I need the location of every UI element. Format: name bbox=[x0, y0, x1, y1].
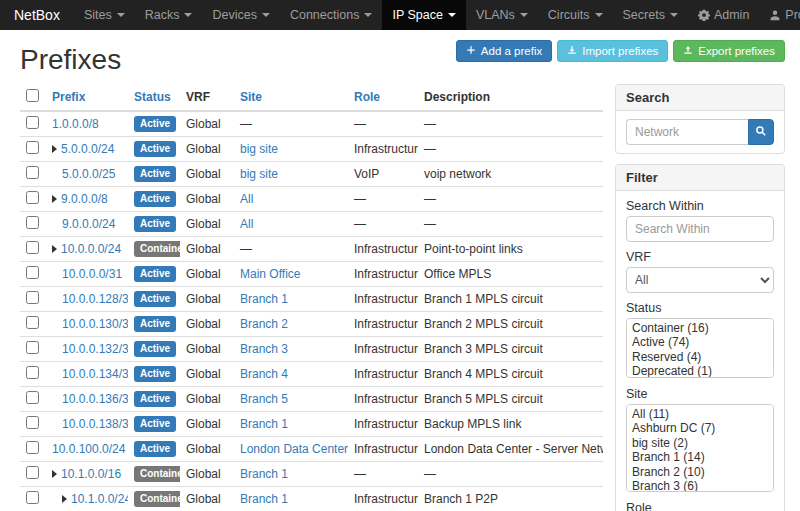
column-header-prefix[interactable]: Prefix bbox=[46, 84, 128, 111]
search-submit-button[interactable] bbox=[748, 119, 774, 145]
row-checkbox[interactable] bbox=[26, 141, 39, 154]
row-checkbox[interactable] bbox=[26, 291, 39, 304]
table-row: 5.0.0.0/25ActiveGlobalbig siteVoIPvoip n… bbox=[20, 162, 603, 187]
prefix-cell: 1.0.0.0/8 bbox=[46, 111, 128, 137]
select-all-header bbox=[20, 84, 46, 111]
status-badge: Active bbox=[134, 316, 176, 332]
export-prefixes-button[interactable]: Export prefixes bbox=[673, 40, 785, 62]
prefix-link[interactable]: 10.0.0.134/31 bbox=[62, 367, 128, 381]
site-link[interactable]: Branch 1 bbox=[240, 292, 288, 306]
row-checkbox[interactable] bbox=[26, 266, 39, 279]
nav-item-ip-space[interactable]: IP Space bbox=[382, 0, 466, 30]
row-checkbox[interactable] bbox=[26, 366, 39, 379]
site-link[interactable]: Branch 2 bbox=[240, 317, 288, 331]
nav-item-sites[interactable]: Sites bbox=[74, 0, 135, 30]
site-link[interactable]: Branch 1 bbox=[240, 467, 288, 481]
site-filter-select[interactable]: All (11)Ashburn DC (7)big site (2)Branch… bbox=[626, 404, 774, 492]
site-link[interactable]: Branch 3 bbox=[240, 342, 288, 356]
status-cell: Active bbox=[128, 287, 180, 312]
site-link[interactable]: All bbox=[240, 217, 253, 231]
prefix-link[interactable]: 10.0.0.0/31 bbox=[62, 267, 122, 281]
row-checkbox[interactable] bbox=[26, 116, 39, 129]
expand-arrow-icon[interactable] bbox=[52, 145, 57, 153]
site-link[interactable]: Main Office bbox=[240, 267, 300, 281]
column-header-description: Description bbox=[418, 84, 603, 111]
nav-item-circuits[interactable]: Circuits bbox=[538, 0, 613, 30]
nav-item-label: Sites bbox=[84, 8, 112, 22]
site-link[interactable]: big site bbox=[240, 142, 278, 156]
row-checkbox[interactable] bbox=[26, 316, 39, 329]
vrf-cell: Global bbox=[180, 412, 234, 437]
row-checkbox[interactable] bbox=[26, 441, 39, 454]
import-prefixes-button[interactable]: Import prefixes bbox=[557, 40, 668, 62]
nav-item-vlans[interactable]: VLANs bbox=[466, 0, 538, 30]
row-checkbox[interactable] bbox=[26, 241, 39, 254]
row-checkbox[interactable] bbox=[26, 416, 39, 429]
site-link[interactable]: All bbox=[240, 192, 253, 206]
row-checkbox[interactable] bbox=[26, 216, 39, 229]
prefix-link[interactable]: 10.0.0.132/31 bbox=[62, 342, 128, 356]
export-icon bbox=[683, 45, 693, 57]
prefix-cell: 10.0.0.0/24 bbox=[46, 237, 128, 262]
row-checkbox[interactable] bbox=[26, 491, 39, 504]
site-link[interactable]: big site bbox=[240, 167, 278, 181]
nav-item-connections[interactable]: Connections bbox=[280, 0, 383, 30]
row-checkbox[interactable] bbox=[26, 341, 39, 354]
description-cell: — bbox=[418, 212, 603, 237]
vrf-cell: Global bbox=[180, 262, 234, 287]
expand-arrow-icon[interactable] bbox=[52, 470, 57, 478]
prefix-link[interactable]: 9.0.0.0/8 bbox=[61, 192, 108, 206]
search-within-input[interactable] bbox=[626, 216, 774, 242]
row-checkbox[interactable] bbox=[26, 166, 39, 179]
status-cell: Container bbox=[128, 462, 180, 487]
prefix-link[interactable]: 10.1.0.0/16 bbox=[61, 467, 121, 481]
nav-item-label: Connections bbox=[290, 8, 360, 22]
table-row: 10.0.0.128/31ActiveGlobalBranch 1Infrast… bbox=[20, 287, 603, 312]
prefix-link[interactable]: 10.0.0.138/31 bbox=[62, 417, 128, 431]
description-cell: Branch 3 MPLS circuit bbox=[418, 337, 603, 362]
description-cell: — bbox=[418, 187, 603, 212]
prefix-link[interactable]: 10.0.0.128/31 bbox=[62, 292, 128, 306]
add-prefix-button[interactable]: Add a prefix bbox=[456, 40, 552, 62]
expand-arrow-icon[interactable] bbox=[52, 195, 57, 203]
row-checkbox[interactable] bbox=[26, 191, 39, 204]
site-link[interactable]: Branch 4 bbox=[240, 367, 288, 381]
prefix-link[interactable]: 10.0.0.0/24 bbox=[61, 242, 121, 256]
vrf-filter-select[interactable]: All bbox=[626, 267, 774, 293]
site-cell: — bbox=[234, 111, 348, 137]
main-menu: SitesRacksDevicesConnectionsIP SpaceVLAN… bbox=[74, 0, 688, 30]
prefix-link[interactable]: 10.1.0.0/24 bbox=[71, 492, 128, 506]
column-header-site[interactable]: Site bbox=[234, 84, 348, 111]
status-filter-select[interactable]: Container (16)Active (74)Reserved (4)Dep… bbox=[626, 318, 774, 378]
brand[interactable]: NetBox bbox=[0, 0, 74, 30]
column-header-status[interactable]: Status bbox=[128, 84, 180, 111]
vrf-cell: Global bbox=[180, 237, 234, 262]
site-link[interactable]: Branch 1 bbox=[240, 492, 288, 506]
prefix-link[interactable]: 1.0.0.0/8 bbox=[52, 117, 99, 131]
prefix-cell: 9.0.0.0/8 bbox=[46, 187, 128, 212]
column-header-role[interactable]: Role bbox=[348, 84, 418, 111]
prefix-link[interactable]: 10.0.0.130/31 bbox=[62, 317, 128, 331]
profile-link[interactable]: Profile bbox=[759, 0, 800, 30]
prefix-link[interactable]: 10.0.0.136/31 bbox=[62, 392, 128, 406]
nav-item-devices[interactable]: Devices bbox=[202, 0, 279, 30]
site-link[interactable]: Branch 5 bbox=[240, 392, 288, 406]
prefix-link[interactable]: 9.0.0.0/24 bbox=[62, 217, 115, 231]
admin-link[interactable]: Admin bbox=[688, 0, 759, 30]
prefix-link[interactable]: 5.0.0.0/24 bbox=[61, 142, 114, 156]
expand-arrow-icon[interactable] bbox=[62, 495, 67, 503]
site-link[interactable]: London Data Center bbox=[240, 442, 348, 456]
description-cell: Branch 4 MPLS circuit bbox=[418, 362, 603, 387]
row-checkbox[interactable] bbox=[26, 466, 39, 479]
prefix-link[interactable]: 10.0.100.0/24 bbox=[52, 442, 125, 456]
caret-down-icon bbox=[117, 13, 125, 17]
nav-item-secrets[interactable]: Secrets bbox=[613, 0, 688, 30]
row-checkbox[interactable] bbox=[26, 391, 39, 404]
expand-arrow-icon[interactable] bbox=[52, 245, 57, 253]
site-cell: Branch 1 bbox=[234, 462, 348, 487]
site-link[interactable]: Branch 1 bbox=[240, 417, 288, 431]
prefix-link[interactable]: 5.0.0.0/25 bbox=[62, 167, 115, 181]
search-input[interactable] bbox=[626, 119, 748, 145]
nav-item-racks[interactable]: Racks bbox=[135, 0, 203, 30]
select-all-checkbox[interactable] bbox=[26, 89, 39, 102]
